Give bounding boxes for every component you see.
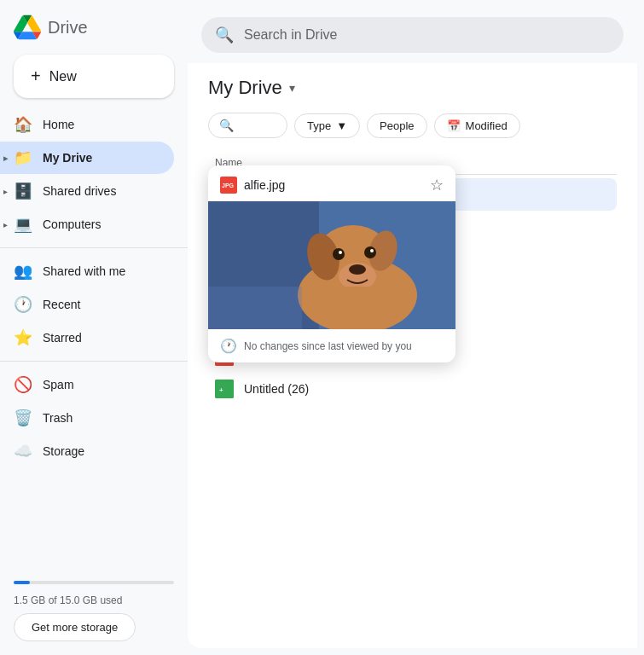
nav-section: 🏠 Home ▸ 📁 My Drive ▸ 🗄️ Shared drives ▸…	[0, 108, 188, 241]
content-header: My Drive ▾	[208, 77, 617, 99]
new-button[interactable]: + New	[14, 55, 174, 98]
file-preview-tooltip: JPG alfie.jpg ☆	[208, 165, 455, 362]
svg-rect-12	[215, 380, 234, 398]
spam-icon: 🚫	[14, 375, 32, 394]
filter-type-label: Type	[307, 119, 331, 132]
svg-point-23	[349, 264, 366, 275]
page-title: My Drive	[208, 77, 282, 99]
expand-shared-icon: ▸	[3, 187, 8, 196]
get-more-storage-button[interactable]: Get more storage	[14, 613, 136, 641]
search-icon: 🔍	[215, 26, 234, 44]
nav-section-3: 🚫 Spam 🗑️ Trash ☁️ Storage	[0, 368, 188, 467]
sidebar-item-storage[interactable]: ☁️ Storage	[0, 435, 174, 467]
tooltip-header: JPG alfie.jpg ☆	[208, 165, 455, 201]
content-area: My Drive ▾ 🔍 Type ▼ People 📅 Modified	[188, 63, 637, 648]
sidebar-divider-2	[0, 361, 188, 362]
trash-icon: 🗑️	[14, 409, 32, 427]
svg-text:JPG: JPG	[222, 183, 235, 188]
sidebar-item-trash[interactable]: 🗑️ Trash	[0, 402, 174, 434]
sidebar-item-home[interactable]: 🏠 Home	[0, 108, 174, 141]
file-name-label: Untitled (26)	[244, 382, 610, 396]
app-title: Drive	[48, 18, 88, 38]
svg-point-27	[370, 249, 374, 252]
sidebar-item-spam-label: Spam	[43, 378, 74, 391]
filter-modified-label: Modified	[466, 119, 508, 132]
filter-type-button[interactable]: Type ▼	[294, 113, 360, 138]
app-logo-area: Drive	[0, 7, 188, 55]
tooltip-star-icon[interactable]: ☆	[430, 176, 444, 194]
sidebar-item-my-drive-label: My Drive	[43, 151, 92, 165]
shared-drives-icon: 🗄️	[14, 182, 32, 200]
filter-bar: 🔍 Type ▼ People 📅 Modified	[208, 113, 617, 138]
filter-type-chevron-icon: ▼	[336, 119, 347, 132]
file-type-icon: +	[215, 380, 234, 398]
sidebar-item-recent[interactable]: 🕐 Recent	[0, 288, 174, 321]
home-icon: 🏠	[14, 115, 32, 134]
svg-point-24	[333, 248, 345, 260]
storage-usage-text: 1.5 GB of 15.0 GB used	[14, 594, 174, 606]
chevron-down-icon[interactable]: ▾	[289, 81, 295, 95]
filter-search-box[interactable]: 🔍	[208, 113, 287, 138]
history-clock-icon: 🕐	[220, 338, 237, 354]
storage-bar-background	[14, 581, 174, 584]
expand-dot-icon: ▸	[3, 154, 8, 163]
main-content-area: 🔍 My Drive ▾ 🔍 Type ▼ People 📅 Modif	[188, 7, 637, 648]
search-bar[interactable]: 🔍	[201, 17, 624, 53]
filter-people-button[interactable]: People	[367, 113, 426, 138]
sidebar-item-shared-drives[interactable]: ▸ 🗄️ Shared drives	[0, 175, 174, 207]
new-button-label: New	[49, 69, 77, 84]
computers-icon: 💻	[14, 215, 32, 234]
svg-rect-28	[334, 287, 377, 312]
filter-people-label: People	[380, 119, 414, 132]
dog-preview-svg	[208, 201, 455, 329]
calendar-icon: 📅	[447, 119, 461, 132]
storage-icon: ☁️	[14, 442, 32, 461]
sidebar-item-shared-drives-label: Shared drives	[43, 184, 116, 198]
svg-text:+: +	[219, 386, 223, 394]
table-row[interactable]: + Untitled (26)	[208, 373, 617, 405]
sidebar-item-shared-with-me[interactable]: 👥 Shared with me	[0, 255, 174, 287]
tooltip-filename: JPG alfie.jpg	[220, 177, 285, 194]
storage-section: 1.5 GB of 15.0 GB used Get more storage	[0, 574, 188, 648]
sidebar-item-trash-label: Trash	[43, 411, 73, 425]
sidebar-item-computers-label: Computers	[43, 217, 101, 231]
filter-search-icon: 🔍	[219, 119, 234, 132]
recent-icon: 🕐	[14, 295, 32, 314]
svg-point-26	[364, 246, 376, 258]
sidebar-item-starred[interactable]: ⭐ Starred	[0, 322, 174, 354]
tooltip-file-icon: JPG	[220, 177, 237, 194]
svg-rect-29	[208, 287, 302, 329]
sidebar-item-storage-label: Storage	[43, 444, 84, 458]
drive-logo-icon	[14, 14, 41, 41]
topbar: 🔍	[188, 7, 637, 63]
sidebar-item-spam[interactable]: 🚫 Spam	[0, 368, 174, 401]
expand-computers-icon: ▸	[3, 220, 8, 229]
sidebar-item-home-label: Home	[43, 118, 74, 131]
sidebar-item-computers[interactable]: ▸ 💻 Computers	[0, 208, 174, 241]
svg-point-25	[339, 251, 342, 254]
filter-modified-button[interactable]: 📅 Modified	[434, 113, 520, 138]
sidebar-item-recent-label: Recent	[43, 298, 80, 311]
sidebar-item-shared-with-me-label: Shared with me	[43, 264, 125, 278]
tooltip-status-text: No changes since last viewed by you	[244, 340, 412, 352]
storage-bar-fill	[14, 581, 30, 584]
sidebar: Drive + New 🏠 Home ▸ 📁 My Drive ▸ 🗄️ Sha…	[0, 0, 188, 655]
filter-input[interactable]	[234, 119, 276, 132]
search-input[interactable]	[244, 27, 610, 43]
plus-icon: +	[31, 67, 41, 86]
shared-with-me-icon: 👥	[14, 262, 32, 281]
sidebar-item-starred-label: Starred	[43, 331, 82, 345]
my-drive-icon: 📁	[14, 148, 32, 167]
starred-icon: ⭐	[14, 328, 32, 347]
tooltip-footer: 🕐 No changes since last viewed by you	[208, 329, 455, 362]
sidebar-item-my-drive[interactable]: ▸ 📁 My Drive	[0, 142, 174, 174]
sidebar-divider	[0, 247, 188, 248]
tooltip-preview-image	[208, 201, 455, 329]
nav-section-2: 👥 Shared with me 🕐 Recent ⭐ Starred	[0, 255, 188, 354]
tooltip-filename-text: alfie.jpg	[244, 178, 285, 192]
